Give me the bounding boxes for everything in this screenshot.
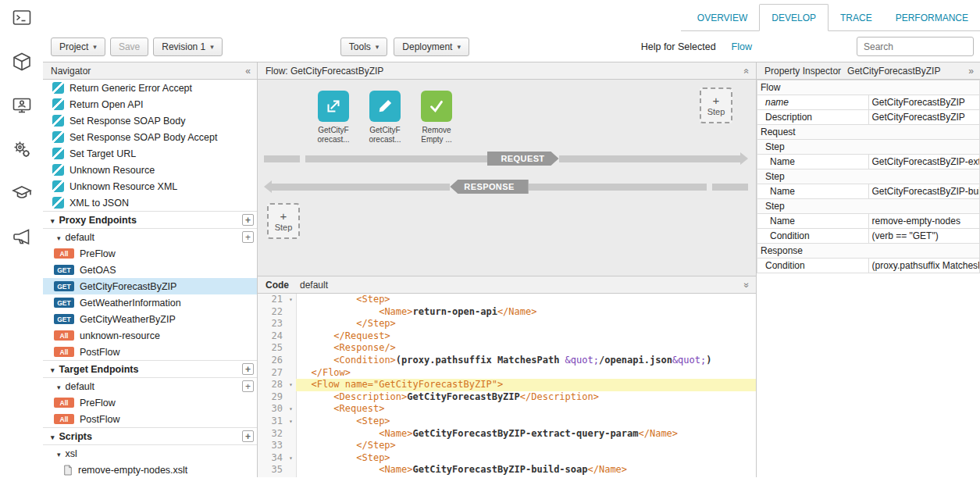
navigator-subsection[interactable]: default — [43, 228, 257, 245]
inspector-property-value[interactable]: remove-empty-nodes — [868, 214, 980, 229]
dev-portal-icon[interactable] — [12, 95, 32, 116]
add-step-button-top[interactable]: Step — [700, 87, 732, 123]
code-fold-icon[interactable] — [286, 428, 296, 441]
tab-overview[interactable]: OVERVIEW — [686, 5, 759, 30]
inspector-section-row[interactable]: Flow — [757, 80, 980, 95]
code-line[interactable]: 23 </Step> — [258, 318, 756, 330]
code-line[interactable]: 35 <Name>GetCityForecastByZIP-build-soap… — [258, 464, 756, 476]
code-fold-icon[interactable]: ▾ — [286, 416, 296, 428]
navigator-policy-item[interactable]: XML to JSON — [43, 194, 257, 211]
tab-performance[interactable]: PERFORMANCE — [884, 5, 980, 30]
code-fold-icon[interactable] — [286, 367, 296, 380]
code-line[interactable]: 24 </Request> — [258, 330, 756, 343]
code-line[interactable]: 33 </Step> — [258, 440, 756, 452]
navigator-flow-item[interactable]: GET GetCityForecastByZIP — [43, 278, 257, 294]
inspector-property-row[interactable]: Condition(verb == "GET") — [757, 229, 980, 244]
terminal-icon[interactable] — [12, 8, 32, 28]
inspector-section-row[interactable]: Request — [757, 125, 980, 140]
settings-gears-icon[interactable] — [12, 139, 32, 159]
revision-menu-button[interactable]: Revision 1 — [153, 37, 223, 56]
inspector-property-value[interactable]: GetCityForecastByZIP — [868, 95, 980, 110]
navigator-flow-item[interactable]: All PostFlow — [43, 411, 257, 427]
navigator-flow-item[interactable]: All PreFlow — [43, 245, 257, 262]
inspector-property-row[interactable]: Nameremove-empty-nodes — [757, 214, 980, 229]
inspector-property-value[interactable]: GetCityForecastByZIP-extract-query-param — [868, 155, 980, 169]
help-flow-link[interactable]: Flow — [732, 41, 752, 52]
code-line[interactable]: 26 <Condition>(proxy.pathsuffix MatchesP… — [258, 355, 756, 367]
code-line[interactable]: 22 <Name>return-open-api</Name> — [258, 306, 756, 319]
code-fold-icon[interactable]: ▾ — [286, 379, 296, 391]
navigator-file-item[interactable]: remove-empty-nodes.xslt — [43, 462, 257, 477]
save-button[interactable]: Save — [110, 37, 148, 56]
navigator-section[interactable]: Proxy Endpoints — [43, 211, 257, 228]
navigator-flow-item[interactable]: GET GetCityWeatherByZIP — [43, 311, 257, 327]
add-button[interactable] — [242, 214, 254, 226]
code-fold-icon[interactable] — [286, 306, 296, 319]
add-button[interactable] — [242, 231, 254, 243]
inspector-property-row[interactable]: NameGetCityForecastByZIP-extract-query-p… — [757, 155, 980, 169]
code-editor[interactable]: 21 ▾ <Step> 22 <Name>return-open-api</Na… — [258, 294, 756, 477]
code-fold-icon[interactable] — [286, 464, 296, 476]
inspector-property-row[interactable]: Condition(proxy.pathsuffix MatchesPath "… — [757, 259, 980, 273]
inspector-property-value[interactable]: GetCityForecastByZIP — [868, 110, 980, 125]
navigator-subsection[interactable]: xsl — [43, 444, 257, 462]
code-line[interactable]: 30 ▾ <Request> — [258, 403, 756, 416]
flow-policy[interactable]: GetCityForecast... — [364, 91, 406, 144]
code-fold-icon[interactable] — [286, 391, 296, 404]
add-button[interactable] — [242, 363, 254, 375]
inspector-section-row[interactable]: Step — [757, 140, 980, 155]
inspector-section-row[interactable]: Response — [757, 244, 980, 259]
code-fold-icon[interactable]: ▾ — [286, 452, 296, 465]
code-line[interactable]: 29 <Description>GetCityForecastByZIP</De… — [258, 391, 756, 404]
navigator-subsection[interactable]: default — [43, 377, 257, 394]
add-button[interactable] — [242, 380, 254, 392]
inspector-section-row[interactable]: Step — [757, 169, 980, 184]
navigator-policy-item[interactable]: Set Response SOAP Body Accept — [43, 129, 257, 145]
navigator-flow-item[interactable]: All PreFlow — [43, 394, 257, 411]
collapse-left-icon[interactable]: « — [244, 66, 252, 77]
navigator-flow-item[interactable]: All PostFlow — [43, 344, 257, 360]
inspector-property-value[interactable]: (verb == "GET") — [868, 229, 980, 244]
flow-policy[interactable]: RemoveEmpty ... — [415, 91, 458, 144]
code-line[interactable]: 34 ▾ <Step> — [258, 452, 756, 465]
navigator-policy-item[interactable]: Unknown Resource — [43, 162, 257, 178]
project-menu-button[interactable]: Project — [51, 37, 105, 56]
add-button[interactable] — [242, 430, 254, 442]
code-fold-icon[interactable] — [286, 440, 296, 452]
navigator-policy-item[interactable]: Unknown Resource XML — [43, 178, 257, 194]
navigator-policy-item[interactable]: Return Generic Error Accept — [43, 80, 257, 96]
search-input[interactable] — [857, 37, 974, 56]
deployment-menu-button[interactable]: Deployment — [394, 37, 469, 56]
code-line[interactable]: 31 ▾ <Step> — [258, 416, 756, 428]
code-line[interactable]: 25 <Response/> — [258, 342, 756, 355]
code-line[interactable]: 32 <Name>GetCityForecastByZIP-extract-qu… — [258, 428, 756, 441]
collapse-down-icon[interactable]: » — [742, 280, 753, 289]
tab-trace[interactable]: TRACE — [829, 5, 884, 30]
megaphone-icon[interactable] — [12, 227, 32, 247]
inspector-property-value[interactable]: GetCityForecastByZIP-build-soap — [868, 184, 980, 199]
tools-menu-button[interactable]: Tools — [340, 37, 388, 56]
inspector-property-row[interactable]: DescriptionGetCityForecastByZIP — [757, 110, 980, 125]
code-fold-icon[interactable]: ▾ — [286, 294, 296, 306]
collapse-up-icon[interactable]: « — [742, 66, 753, 75]
inspector-property-value[interactable]: (proxy.pathsuffix MatchesPath "/c — [868, 259, 980, 273]
code-fold-icon[interactable] — [286, 342, 296, 355]
navigator-flow-item[interactable]: GET GetOAS — [43, 262, 257, 278]
navigator-policy-item[interactable]: Return Open API — [43, 96, 257, 112]
code-fold-icon[interactable] — [286, 330, 296, 343]
navigator-policy-item[interactable]: Set Response SOAP Body — [43, 112, 257, 129]
inspector-property-row[interactable]: NameGetCityForecastByZIP-build-soap — [757, 184, 980, 199]
tab-develop[interactable]: DEVELOP — [759, 4, 829, 31]
add-step-button-bottom[interactable]: Step — [267, 203, 300, 239]
api-package-icon[interactable] — [12, 52, 32, 72]
inspector-property-row[interactable]: nameGetCityForecastByZIP — [757, 95, 980, 110]
graduation-cap-icon[interactable] — [12, 183, 32, 203]
navigator-flow-item[interactable]: GET GetWeatherInformation — [43, 294, 257, 311]
navigator-flow-item[interactable]: All unknown-resource — [43, 327, 257, 344]
code-line[interactable]: 28 ▾ <Flow name="GetCityForecastByZIP"> — [258, 379, 756, 391]
code-line[interactable]: 27 </Flow> — [258, 367, 756, 380]
flow-policy[interactable]: GetCityForecast... — [312, 91, 355, 144]
code-fold-icon[interactable] — [286, 355, 296, 367]
collapse-right-icon[interactable]: » — [967, 66, 975, 77]
code-line[interactable]: 21 ▾ <Step> — [258, 294, 756, 306]
